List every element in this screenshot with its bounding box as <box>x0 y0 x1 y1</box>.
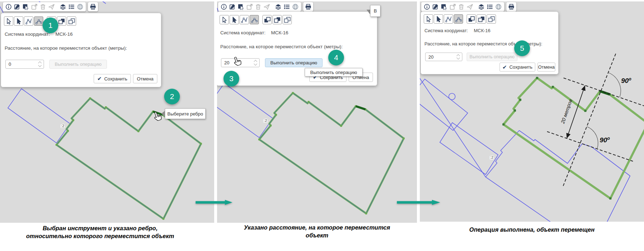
print-button[interactable] <box>305 3 312 10</box>
delete-button[interactable] <box>255 3 262 10</box>
tool-select[interactable] <box>14 16 23 26</box>
edit-button[interactable] <box>432 3 439 10</box>
layers-button[interactable] <box>59 3 67 10</box>
info-icon <box>5 4 12 10</box>
globe-button[interactable] <box>495 3 502 10</box>
parcel-circle <box>449 93 455 100</box>
cancel-button[interactable]: Отмена <box>537 63 555 72</box>
adjacent-parcel-outline <box>420 78 498 177</box>
tool-move-edge[interactable] <box>250 15 259 24</box>
spinner-down-icon[interactable] <box>38 64 42 67</box>
caption-line: относительно которого переместится объек… <box>11 232 190 240</box>
tool-combine[interactable] <box>262 15 272 24</box>
delete-button[interactable] <box>458 3 465 10</box>
step-badge-4: 4 <box>328 50 344 65</box>
distance-input[interactable]: 20 <box>425 53 462 61</box>
legend-button[interactable] <box>486 3 493 10</box>
spinner-down-icon[interactable] <box>254 62 257 66</box>
tool-clone[interactable] <box>282 15 292 24</box>
select-features-icon <box>238 4 244 10</box>
open-in-new-button[interactable] <box>246 3 253 10</box>
tool-clone[interactable] <box>487 14 496 24</box>
layers-icon <box>478 4 485 10</box>
tool-edit-vertices[interactable] <box>444 14 453 24</box>
measure-button[interactable] <box>48 3 55 10</box>
legend-button[interactable] <box>283 3 290 10</box>
measure-icon <box>264 4 270 10</box>
info-button[interactable] <box>423 3 431 10</box>
vertex-nodes[interactable] <box>502 77 611 200</box>
spinner-down-icon[interactable] <box>457 56 460 60</box>
select-features-icon <box>441 4 447 10</box>
cursor-filled-icon <box>15 18 22 25</box>
cursor-outline-icon <box>5 18 12 25</box>
parcel-number-label: :2 <box>490 155 493 159</box>
tool-move-edge[interactable] <box>454 14 463 24</box>
edit-icon <box>432 4 439 10</box>
tool-cursor[interactable] <box>220 15 229 24</box>
save-label: Сохранить <box>509 64 532 70</box>
open-in-new-button[interactable] <box>449 3 456 10</box>
caption-line: Операция выполнена, объект перемещен <box>420 226 644 233</box>
print-button[interactable] <box>508 3 515 10</box>
step-arrow-2 <box>396 200 441 205</box>
info-button[interactable] <box>5 3 12 10</box>
tool-combine[interactable] <box>467 14 476 24</box>
tool-edit-vertices[interactable] <box>240 15 249 24</box>
distance-value: 20 <box>224 60 229 65</box>
object-polygon-moved[interactable] <box>502 77 644 200</box>
parcel-number-label: :2 <box>61 124 64 128</box>
open-in-new-button[interactable] <box>31 3 38 10</box>
save-button[interactable]: ✔Сохранить <box>94 74 131 83</box>
select-features-button[interactable] <box>441 3 448 10</box>
layers-button[interactable] <box>478 3 485 10</box>
execute-button[interactable]: Выполнить операцию <box>467 53 517 61</box>
measure-button[interactable] <box>263 3 270 10</box>
cancel-button[interactable]: Отмена <box>133 74 157 83</box>
subtract-icon <box>58 18 65 25</box>
print-button[interactable] <box>89 3 97 10</box>
edit-button[interactable] <box>14 3 21 10</box>
tool-cursor[interactable] <box>4 16 13 26</box>
tool-edit-vertices[interactable] <box>24 16 33 26</box>
edit-vertices-icon <box>445 16 452 23</box>
caption-line: Выбран инструмент и указано ребро, <box>11 224 190 232</box>
tool-move-edge[interactable] <box>34 16 43 26</box>
distance-input[interactable]: 0 <box>5 60 44 69</box>
move-edge-icon <box>455 16 462 23</box>
save-button[interactable]: ✔Сохранить <box>500 63 535 72</box>
trash-icon <box>40 4 46 10</box>
object-polygon[interactable] <box>259 92 405 215</box>
select-features-button[interactable] <box>237 3 245 10</box>
layers-button[interactable] <box>275 3 282 10</box>
tool-cursor[interactable] <box>424 14 433 24</box>
edit-icon <box>14 4 20 10</box>
tool-subtract[interactable] <box>477 14 486 24</box>
distance-value: 0 <box>9 61 11 67</box>
clone-icon <box>488 16 495 23</box>
selected-edge[interactable] <box>356 106 365 109</box>
tool-select[interactable] <box>230 15 239 24</box>
tool-clone[interactable] <box>67 16 76 26</box>
globe-button[interactable] <box>77 3 84 10</box>
selected-edge[interactable] <box>600 91 610 94</box>
execute-button[interactable]: Выполнить операцию <box>49 60 107 69</box>
edit-vertices-icon <box>241 16 248 23</box>
map-panel-2[interactable]: :2 Систе <box>217 0 417 223</box>
legend-button[interactable] <box>68 3 75 10</box>
select-features-button[interactable] <box>22 3 29 10</box>
execute-button[interactable]: Выполнить операцию <box>265 58 323 67</box>
globe-button[interactable] <box>292 3 299 10</box>
map-panel-1[interactable]: :2 Систе <box>0 0 214 223</box>
move-object-dialog-3: Система координат: МСК-16 Расстояние, на… <box>421 11 559 74</box>
map-panel-3[interactable]: :2 90o 90o 20 метров <box>420 0 644 222</box>
tool-subtract[interactable] <box>272 15 282 24</box>
delete-button[interactable] <box>39 3 46 10</box>
map-toolbar-1 <box>3 2 98 11</box>
edit-button[interactable] <box>229 3 236 10</box>
info-button[interactable] <box>220 3 227 10</box>
tool-select[interactable] <box>434 14 443 24</box>
measure-button[interactable] <box>466 3 473 10</box>
tutorial-canvas: :2 Систе <box>0 0 644 251</box>
distance-dimension-label: 20 метров <box>560 98 574 124</box>
